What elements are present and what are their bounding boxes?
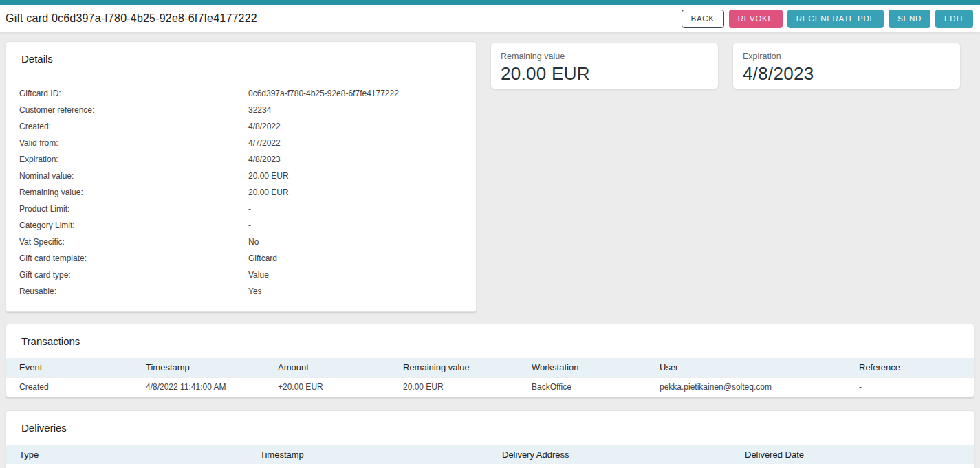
column-header: Timestamp: [247, 445, 489, 464]
details-panel: Details Giftcard ID:0c6d397a-f780-4b25-9…: [6, 41, 477, 312]
detail-label: Valid from:: [19, 138, 248, 148]
detail-label: Giftcard ID:: [19, 89, 248, 98]
transactions-table: EventTimestampAmountRemaining valueWorks…: [6, 358, 974, 397]
detail-value: 4/8/2022: [248, 122, 463, 131]
page-title: Gift card 0c6d397a-f780-4b25-92e8-6f7fe4…: [6, 12, 257, 25]
details-rows: Giftcard ID:0c6d397a-f780-4b25-92e8-6f7f…: [6, 76, 476, 311]
revoke-button[interactable]: REVOKE: [729, 10, 783, 28]
detail-row: Expiration:4/8/2023: [19, 151, 463, 168]
table-cell: 20.00 EUR: [390, 377, 519, 397]
detail-row: Customer reference:32234: [19, 102, 463, 118]
detail-label: Expiration:: [19, 155, 248, 164]
table-cell: -: [846, 377, 974, 397]
summary-cards: Remaining value 20.00 EUR Expiration 4/8…: [490, 43, 961, 89]
detail-label: Vat Specific:: [19, 237, 248, 247]
regenerate-pdf-button[interactable]: REGENERATE PDF: [787, 10, 884, 28]
detail-value: -: [248, 221, 463, 230]
column-header: Delivered Date: [732, 445, 974, 464]
detail-row: Gift card type:Value: [19, 267, 463, 283]
table-row: Created4/8/2022 11:41:00 AM+20.00 EUR20.…: [6, 377, 974, 397]
detail-label: Customer reference:: [19, 105, 248, 115]
send-button[interactable]: SEND: [889, 10, 930, 28]
table-cell: +20.00 EUR: [265, 377, 390, 397]
column-header: Workstation: [519, 358, 646, 377]
detail-value: 32234: [248, 105, 463, 115]
detail-row: Remaining value:20.00 EUR: [19, 184, 463, 201]
detail-value: 20.00 EUR: [248, 188, 463, 197]
table-cell: Created: [6, 377, 133, 397]
column-header: Amount: [265, 358, 390, 377]
expiration-card: Expiration 4/8/2023: [732, 43, 961, 89]
column-header: Timestamp: [133, 358, 265, 377]
remaining-value-card: Remaining value 20.00 EUR: [490, 43, 719, 89]
detail-row: Reusable:Yes: [19, 283, 463, 300]
table-cell: 4/8/2022 11:41:00 AM: [133, 377, 265, 397]
header-actions: BACK REVOKE REGENERATE PDF SEND EDIT: [682, 10, 973, 28]
detail-value: Giftcard: [248, 254, 463, 263]
deliveries-header-row: TypeTimestampDelivery AddressDelivered D…: [6, 445, 974, 464]
detail-row: Valid from:4/7/2022: [19, 135, 463, 151]
detail-row: Nominal value:20.00 EUR: [19, 168, 463, 184]
detail-value: No: [248, 237, 463, 247]
deliveries-panel-title: Deliveries: [6, 411, 974, 445]
detail-label: Nominal value:: [19, 171, 248, 181]
detail-row: Vat Specific:No: [19, 234, 463, 250]
detail-label: Product Limit:: [19, 204, 248, 214]
transactions-body: Created4/8/2022 11:41:00 AM+20.00 EUR20.…: [6, 377, 974, 397]
detail-label: Created:: [19, 122, 248, 131]
transactions-panel: Transactions EventTimestampAmountRemaini…: [6, 324, 974, 397]
detail-row: Gift card template:Giftcard: [19, 250, 463, 267]
detail-row: Created:4/8/2022: [19, 118, 463, 135]
detail-value: 4/8/2023: [248, 155, 463, 164]
details-panel-title: Details: [6, 42, 476, 76]
remaining-value-amount: 20.00 EUR: [501, 63, 708, 85]
detail-value: Yes: [248, 287, 463, 296]
remaining-value-label: Remaining value: [501, 52, 708, 61]
detail-value: -: [248, 204, 463, 214]
column-header: Type: [6, 445, 247, 464]
deliveries-table: TypeTimestampDelivery AddressDelivered D…: [6, 445, 974, 464]
main-content: Details Giftcard ID:0c6d397a-f780-4b25-9…: [0, 33, 980, 468]
detail-value: 0c6d397a-f780-4b25-92e8-6f7fe4177222: [248, 89, 463, 98]
detail-label: Remaining value:: [19, 188, 248, 197]
table-cell: BackOffice: [519, 377, 646, 397]
top-accent-bar: [0, 0, 980, 5]
edit-button[interactable]: EDIT: [935, 10, 973, 28]
detail-value: 4/7/2022: [248, 138, 463, 148]
detail-label: Gift card template:: [19, 254, 248, 263]
table-cell: pekka.pietikainen@solteq.com: [646, 377, 846, 397]
column-header: User: [646, 358, 846, 377]
detail-label: Gift card type:: [19, 270, 248, 280]
column-header: Delivery Address: [489, 445, 732, 464]
expiration-label: Expiration: [743, 52, 950, 61]
detail-row: Giftcard ID:0c6d397a-f780-4b25-92e8-6f7f…: [19, 85, 463, 102]
back-button[interactable]: BACK: [682, 10, 724, 28]
transactions-panel-title: Transactions: [6, 324, 974, 358]
column-header: Reference: [846, 358, 974, 377]
column-header: Event: [6, 358, 133, 377]
deliveries-panel: Deliveries TypeTimestampDelivery Address…: [6, 410, 974, 468]
detail-value: Value: [248, 270, 463, 280]
column-header: Remaining value: [390, 358, 519, 377]
detail-label: Category Limit:: [19, 221, 248, 230]
app-header: Gift card 0c6d397a-f780-4b25-92e8-6f7fe4…: [0, 5, 980, 33]
detail-label: Reusable:: [19, 287, 248, 296]
detail-row: Product Limit:-: [19, 201, 463, 217]
expiration-date: 4/8/2023: [743, 63, 950, 85]
transactions-header-row: EventTimestampAmountRemaining valueWorks…: [6, 358, 974, 377]
detail-row: Category Limit:-: [19, 217, 463, 234]
detail-value: 20.00 EUR: [248, 171, 463, 181]
